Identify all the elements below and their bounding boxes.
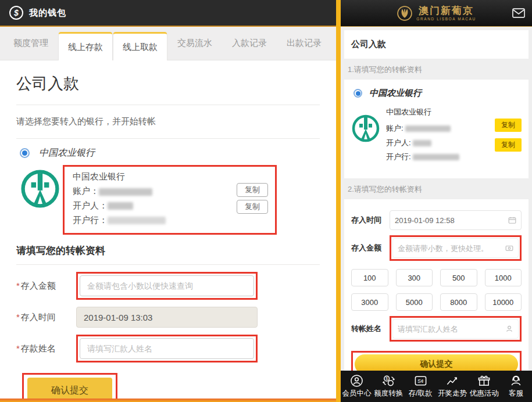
bank-radio-row[interactable]: 中国农业银行 — [20, 147, 320, 159]
mobile-time-input — [395, 216, 506, 225]
mobile-copy-buttons: 复制 复制 — [495, 107, 522, 164]
tab-online-deposit[interactable]: 线上存款 — [58, 32, 113, 60]
svg-text:S¢: S¢ — [417, 378, 424, 384]
member-icon — [350, 374, 363, 387]
quick-amount-100[interactable]: 100 — [351, 269, 388, 286]
bank-branch-line: 开户行: — [386, 150, 489, 164]
masked-branch-name — [413, 154, 459, 160]
mobile-time-row: 存入时间 — [351, 210, 522, 230]
bank-name: 中国农业银行 — [386, 107, 489, 117]
payer-name-input[interactable] — [80, 338, 254, 359]
person-icon — [505, 325, 513, 333]
wallet-title: 我的钱包 — [29, 8, 66, 19]
exchange-icon: $ — [382, 374, 395, 387]
submit-annotation-box: 确认提交 — [351, 351, 522, 371]
masked-holder-name — [108, 202, 133, 210]
lisboa-emblem-icon — [397, 5, 413, 21]
mobile-bank-info: 中国农业银行 账户: 开户人: 开户行: — [386, 107, 489, 164]
tab-quota-management[interactable]: 额度管理 — [3, 27, 58, 60]
payer-name-row: *存款姓名 — [16, 335, 320, 362]
quick-amount-1000[interactable]: 1000 — [485, 269, 522, 286]
mobile-transfer-form-card: 存入时间 存入金额 100 — [344, 199, 529, 371]
message-envelope-icon[interactable] — [512, 8, 525, 18]
nav-quota-exchange[interactable]: $ 额度转换 — [373, 374, 405, 399]
divider — [16, 264, 320, 265]
deposit-page-content: 公司入款 请选择您要转入的银行，并开始转帐 中国农业银行 中国农业银行 — [0, 60, 336, 402]
brand-name-en: GRAND LISBOA MACAU — [416, 17, 476, 21]
copy-holder-button[interactable]: 复制 — [495, 138, 522, 152]
mobile-amount-input[interactable] — [398, 244, 503, 253]
select-bank-hint: 请选择您要转入的银行，并开始转帐 — [16, 116, 320, 127]
deposit-amount-label: *存入金额 — [16, 281, 76, 292]
mobile-deposit-panel: 澳门新葡京 GRAND LISBOA MACAU 公司入款 1.请填写您的转帐资… — [341, 0, 532, 402]
deposit-time-input — [76, 307, 258, 328]
mobile-payer-input[interactable] — [398, 325, 503, 333]
submit-annotation-box: 确认提交 — [22, 373, 117, 402]
mobile-payer-label: 转帐姓名 — [351, 324, 390, 334]
nav-draw-trends[interactable]: 开奖走势 — [436, 374, 468, 399]
mobile-payer-field — [392, 319, 519, 339]
divider — [16, 105, 320, 105]
nav-promotions[interactable]: 优惠活动 — [468, 374, 500, 399]
mobile-bank-card: 中国农业银行 中国农业银行 账户: — [344, 80, 529, 178]
nav-customer-service[interactable]: 客服 — [500, 374, 532, 399]
mobile-amount-row: 存入金额 — [351, 235, 522, 261]
section2-label: 2.请填写您的转帐资料 — [348, 184, 525, 195]
quick-amount-grid: 100 300 500 1000 3000 5000 8000 10000 — [351, 269, 522, 311]
banknote-icon — [505, 244, 513, 252]
amount-annotation-box — [390, 235, 522, 261]
radio-selected-icon[interactable] — [354, 89, 362, 98]
mobile-payer-row: 转帐姓名 — [351, 316, 522, 342]
quick-amount-300[interactable]: 300 — [396, 269, 433, 286]
mobile-header: 澳门新葡京 GRAND LISBOA MACAU — [341, 0, 532, 27]
mobile-amount-label: 存入金额 — [351, 243, 390, 253]
trend-icon — [445, 374, 459, 387]
quick-amount-5000[interactable]: 5000 — [396, 293, 433, 311]
bank-holder-line: 开户人: — [386, 136, 489, 150]
service-icon — [509, 374, 523, 387]
quick-amount-500[interactable]: 500 — [440, 269, 477, 286]
radio-selected-icon[interactable] — [20, 148, 30, 158]
masked-account-number — [99, 188, 152, 196]
quick-amount-10000[interactable]: 10000 — [485, 293, 522, 311]
tab-deposit-records[interactable]: 入款记录 — [222, 27, 277, 60]
deposit-time-label: *存入时间 — [16, 312, 76, 323]
mobile-page-title: 公司入款 — [351, 39, 386, 49]
dollar-coin-icon: $ — [9, 6, 23, 20]
mobile-bottom-nav: 会员中心 $ 额度转换 S¢ 存/取款 开奖走势 优惠活动 客服 — [341, 371, 532, 402]
nav-member-center[interactable]: 会员中心 — [341, 374, 373, 399]
mobile-time-field — [390, 210, 522, 230]
quick-amount-3000[interactable]: 3000 — [351, 293, 388, 311]
copy-account-button[interactable]: 复制 — [495, 119, 522, 132]
panel-divider — [336, 0, 341, 402]
promo-icon — [477, 374, 491, 387]
wallet-header: $ 我的钱包 — [0, 0, 336, 27]
tab-transaction-flow[interactable]: 交易流水 — [167, 27, 222, 60]
tab-online-withdraw[interactable]: 线上取款 — [113, 32, 167, 60]
masked-account-number — [405, 125, 451, 132]
screenshot-stage: $ 我的钱包 额度管理 线上存款 线上取款 交易流水 入款记录 出款记录 公司入… — [0, 0, 532, 402]
deposit-time-row: *存入时间 — [16, 307, 320, 328]
bank-branch-line: 开户行： — [73, 213, 267, 228]
divider — [16, 138, 320, 139]
copy-account-button[interactable]: 复制 — [237, 183, 268, 197]
payer-annotation-box — [76, 335, 258, 362]
bank-account-line: 账户: — [386, 121, 489, 136]
mobile-body: 公司入款 1.请填写您的转帐资料 中国农业银行 — [341, 27, 532, 371]
copy-holder-button[interactable]: 复制 — [237, 200, 268, 214]
transfer-form-title: 请填写您的转帐资料 — [16, 244, 320, 257]
mobile-amount-field — [392, 238, 519, 258]
bank-info-box-annotated: 中国农业银行 账户： 开户人： 开户行： 复制 复制 — [63, 165, 277, 235]
abc-bank-logo — [20, 168, 60, 209]
deposit-amount-row: *存入金额 — [16, 272, 320, 300]
payer-name-label: *存款姓名 — [16, 343, 76, 354]
deposit-amount-input[interactable] — [80, 275, 254, 296]
mobile-confirm-submit-button[interactable]: 确认提交 — [355, 354, 518, 371]
deposit-icon: S¢ — [414, 374, 427, 387]
nav-deposit-withdraw[interactable]: S¢ 存/取款 — [405, 374, 437, 399]
tab-withdraw-records[interactable]: 出款记录 — [277, 27, 331, 60]
mobile-bank-radio-row[interactable]: 中国农业银行 — [354, 88, 522, 99]
section1-label: 1.请填写您的转帐资料 — [348, 64, 525, 75]
quick-amount-8000[interactable]: 8000 — [440, 293, 477, 311]
calendar-icon — [508, 216, 516, 224]
